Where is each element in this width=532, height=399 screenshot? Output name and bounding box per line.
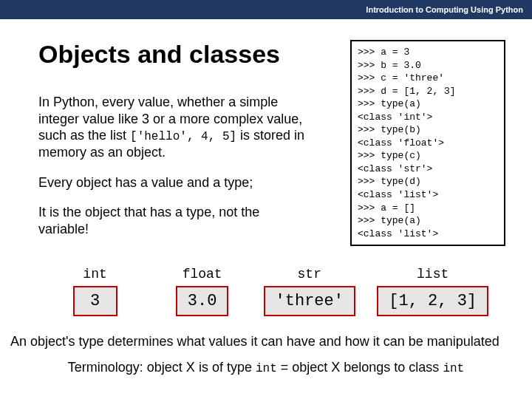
footer2-a: Terminology: object X is of type [68, 360, 256, 375]
type-box-list: [1, 2, 3] [377, 286, 488, 316]
type-box-int: 3 [73, 286, 117, 316]
type-col-list: list [1, 2, 3] [363, 267, 502, 316]
header-bar: Introduction to Computing Using Python [0, 0, 532, 19]
type-label-float: float [149, 267, 256, 282]
paragraph-1: In Python, every value, whether a simple… [38, 94, 312, 161]
type-col-str: str 'three' [256, 267, 363, 316]
footer2-code2: int [443, 362, 464, 375]
type-label-str: str [256, 267, 363, 282]
footer2-b: = object X belongs to class [277, 360, 443, 375]
left-column: Objects and classes In Python, every val… [38, 40, 332, 250]
footer-line-1: An object's type determines what values … [0, 334, 532, 349]
page-title: Objects and classes [38, 40, 332, 69]
paragraph-2: Every object has a value and a type; [38, 174, 312, 191]
type-row: int 3 float 3.0 str 'three' list [1, 2, … [38, 267, 505, 316]
footer-line-2: Terminology: object X is of type int = o… [0, 360, 532, 375]
code-box: >>> a = 3 >>> b = 3.0 >>> c = 'three' >>… [350, 40, 505, 246]
main-row: Objects and classes In Python, every val… [38, 40, 505, 250]
type-box-float: 3.0 [176, 286, 229, 316]
paragraph-3: It is the object that has a type, not th… [38, 204, 312, 237]
para1-code: ['hello', 4, 5] [130, 130, 236, 143]
footer2-code1: int [256, 362, 277, 375]
type-col-float: float 3.0 [149, 267, 256, 316]
slide-content: Objects and classes In Python, every val… [0, 19, 532, 316]
type-label-int: int [41, 267, 149, 282]
type-box-str: 'three' [264, 286, 355, 316]
type-col-int: int 3 [41, 267, 149, 316]
type-label-list: list [363, 267, 502, 282]
